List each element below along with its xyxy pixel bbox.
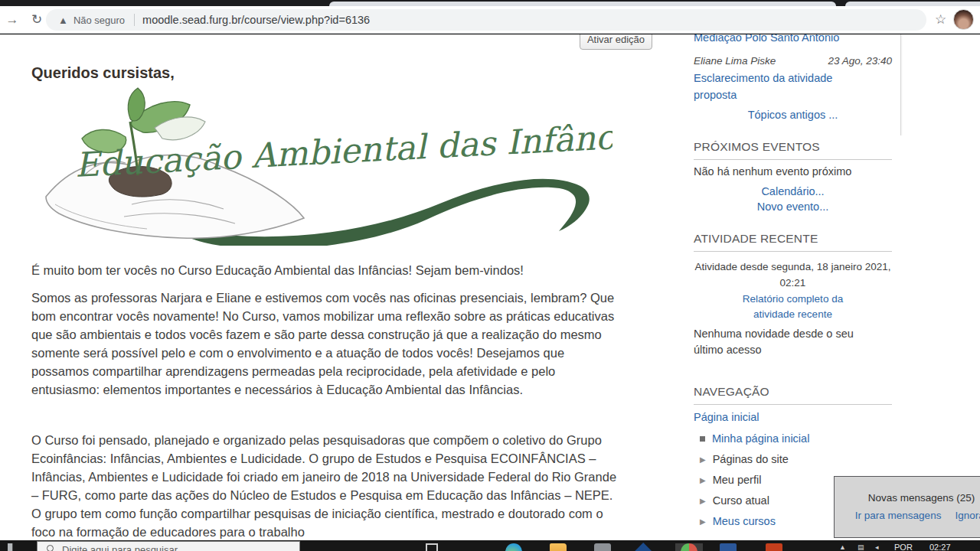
nav-item-my-home[interactable]: Minha página inicial [700, 432, 809, 445]
address-bar[interactable]: ▲ Não seguro moodle.sead.furg.br/course/… [46, 9, 926, 31]
ignore-link[interactable]: Ignorar [955, 510, 980, 521]
word-icon[interactable] [720, 543, 737, 551]
triangle-expand-icon[interactable]: ▶ [700, 455, 706, 464]
browser-toolbar: → ↻ ▲ Não seguro moodle.sead.furg.br/cou… [0, 6, 980, 34]
omnibox-separator [134, 14, 135, 26]
nav-item-site-pages[interactable]: ▶ Páginas do site [700, 453, 789, 465]
triangle-expand-icon[interactable]: ▶ [700, 497, 706, 505]
edge-icon[interactable] [505, 543, 522, 551]
calendar-link[interactable]: Calendário... [694, 185, 892, 197]
forum-post-link[interactable]: Esclarecimento da atividade proposta [694, 70, 839, 103]
mail-app-icon[interactable] [633, 543, 652, 551]
turn-editing-on-button[interactable]: Ativar edição [580, 34, 652, 50]
security-label[interactable]: Não seguro [74, 15, 125, 26]
forum-author: Eliane Lima Piske [694, 55, 776, 67]
taskbar-search-box[interactable]: Digite aqui para pesquisar [37, 541, 300, 551]
search-icon [47, 545, 54, 551]
new-event-link[interactable]: Novo evento... [694, 201, 892, 213]
paragraph-group: O Curso foi pensado, planejado e organiz… [31, 431, 619, 540]
start-button-icon[interactable] [8, 543, 18, 551]
forum-post-meta: Eliane Lima Piske 23 Ago, 23:40 [694, 55, 892, 67]
triangle-expand-icon[interactable]: ▶ [700, 476, 706, 484]
banner-illustration: Educação Ambiental das Infâncias [40, 82, 612, 246]
nav-link[interactable]: Páginas do site [713, 453, 789, 465]
browser-tab-strip [0, 0, 980, 6]
powerpoint-icon[interactable] [766, 543, 782, 551]
new-messages-notification: Novas mensagens (25) Ir para mensagens I… [834, 476, 980, 538]
language-indicator[interactable]: POR [894, 543, 913, 551]
triangle-expand-icon[interactable]: ▶ [700, 517, 706, 526]
volume-icon[interactable]: ◂ [875, 543, 879, 551]
forum-topic-link[interactable]: Mediação Polo Santo Antônio [694, 34, 839, 44]
navigation-heading: NAVEGAÇÃO [694, 385, 892, 405]
page-heading: Queridos cursistas, [31, 64, 175, 82]
nav-link[interactable]: Meus cursos [713, 515, 776, 527]
profile-avatar[interactable] [953, 9, 974, 30]
sidebar: Mediação Polo Santo Antônio Eliane Lima … [694, 34, 892, 540]
network-icon[interactable]: ▤ [858, 543, 864, 551]
nav-link[interactable]: Minha página inicial [712, 432, 809, 445]
home-link[interactable]: Página inicial [694, 411, 759, 423]
clock[interactable]: 02:27 [929, 543, 951, 551]
course-banner-image: Educação Ambiental das Infâncias [40, 82, 612, 246]
nav-link[interactable]: Curso atual [713, 494, 769, 507]
not-secure-warning-icon[interactable]: ▲ [58, 15, 68, 26]
notification-title: Novas mensagens (25) [835, 492, 980, 504]
photos-icon[interactable] [594, 543, 611, 551]
nav-item-my-profile[interactable]: ▶ Meu perfil [700, 474, 761, 486]
paragraph-welcome: É muito bom ter vocês no Curso Educação … [31, 261, 619, 279]
file-explorer-icon[interactable] [550, 543, 567, 551]
paragraph-intro: Somos as professoras Narjara e Eliane e … [31, 289, 619, 399]
search-placeholder-text: Digite aqui para pesquisar [62, 544, 178, 551]
nav-item-my-courses[interactable]: ▶ Meus cursos [700, 515, 776, 527]
tray-expand-icon[interactable]: ▲ [839, 543, 846, 551]
windows-taskbar: Digite aqui para pesquisar ▲ ▤ ◂ POR 02:… [0, 540, 980, 551]
refresh-icon[interactable]: ↻ [28, 11, 46, 29]
activity-since-text: Atividade desde segunda, 18 janeiro 2021… [694, 259, 892, 291]
recent-activity-heading: ATIVIDADE RECENTE [694, 232, 892, 252]
forward-icon[interactable]: → [3, 11, 21, 29]
no-news-text: Nenhuma novidade desde o seu último aces… [694, 326, 870, 358]
square-bullet-icon [700, 436, 705, 442]
task-view-icon[interactable] [426, 543, 438, 551]
full-report-link[interactable]: Relatório completo da atividade recente [694, 292, 892, 322]
moodle-course-page: Ativar edição Queridos cursistas, [0, 34, 980, 540]
older-topics-link[interactable]: Tópicos antigos ... [694, 109, 892, 121]
url-text[interactable]: moodle.sead.furg.br/course/view.php?id=6… [142, 14, 370, 26]
nav-link[interactable]: Meu perfil [713, 474, 762, 486]
nav-item-current-course[interactable]: ▶ Curso atual [700, 494, 769, 507]
go-to-messages-link[interactable]: Ir para mensagens [855, 510, 942, 521]
forum-date: 23 Ago, 23:40 [828, 55, 892, 67]
no-events-text: Não há nenhum evento próximo [694, 164, 851, 180]
bookmark-star-icon[interactable]: ☆ [935, 11, 946, 28]
upcoming-events-heading: PRÓXIMOS EVENTOS [694, 140, 892, 160]
column-divider [900, 34, 901, 135]
